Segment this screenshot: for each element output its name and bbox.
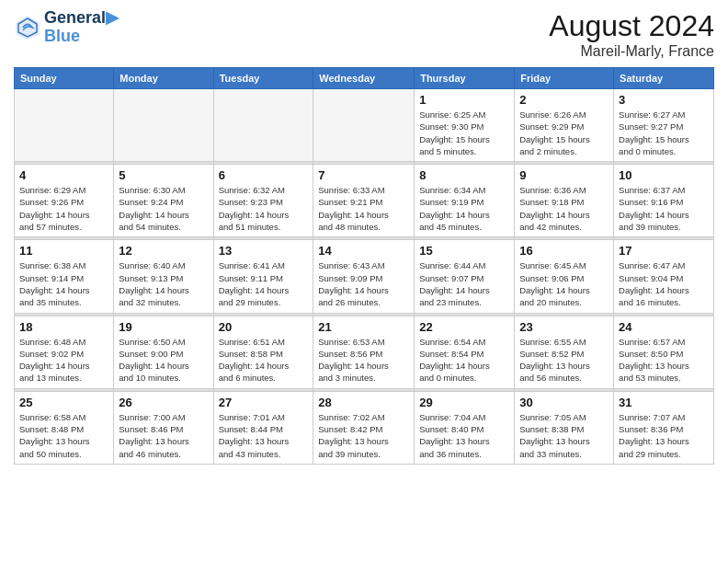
day-info: Sunrise: 6:27 AM Sunset: 9:27 PM Dayligh…: [619, 109, 709, 157]
col-monday: Monday: [114, 68, 213, 89]
day-info: Sunrise: 6:47 AM Sunset: 9:04 PM Dayligh…: [619, 259, 709, 308]
col-friday: Friday: [515, 68, 614, 89]
cell-w1-d2: [114, 89, 213, 162]
logo: General▶ Blue: [14, 9, 119, 46]
day-info: Sunrise: 6:33 AM Sunset: 9:21 PM Dayligh…: [318, 184, 409, 233]
cell-w5-d3: 27Sunrise: 7:01 AM Sunset: 8:44 PM Dayli…: [213, 391, 313, 464]
day-info: Sunrise: 6:58 AM Sunset: 8:48 PM Dayligh…: [19, 411, 108, 460]
cell-w1-d1: [15, 89, 114, 162]
col-saturday: Saturday: [614, 68, 714, 89]
location: Mareil-Marly, France: [549, 43, 714, 60]
day-info: Sunrise: 6:36 AM Sunset: 9:18 PM Dayligh…: [519, 184, 609, 233]
day-info: Sunrise: 6:38 AM Sunset: 9:14 PM Dayligh…: [19, 259, 108, 308]
cell-w2-d2: 5Sunrise: 6:30 AM Sunset: 9:24 PM Daylig…: [114, 165, 213, 237]
week-row-4: 18Sunrise: 6:48 AM Sunset: 9:02 PM Dayli…: [15, 316, 714, 388]
cell-w3-d4: 14Sunrise: 6:43 AM Sunset: 9:09 PM Dayli…: [313, 240, 415, 313]
day-number: 9: [519, 168, 609, 182]
day-info: Sunrise: 6:41 AM Sunset: 9:11 PM Dayligh…: [219, 259, 309, 308]
day-number: 21: [318, 320, 409, 334]
header: General▶ Blue August 2024 Mareil-Marly, …: [14, 9, 714, 60]
cell-w3-d6: 16Sunrise: 6:45 AM Sunset: 9:06 PM Dayli…: [515, 240, 614, 313]
cell-w2-d7: 10Sunrise: 6:37 AM Sunset: 9:16 PM Dayli…: [614, 165, 714, 237]
day-info: Sunrise: 7:02 AM Sunset: 8:42 PM Dayligh…: [318, 411, 409, 460]
day-number: 6: [219, 168, 309, 182]
day-number: 23: [519, 320, 609, 334]
cell-w5-d7: 31Sunrise: 7:07 AM Sunset: 8:36 PM Dayli…: [614, 391, 714, 464]
col-wednesday: Wednesday: [313, 68, 415, 89]
cell-w1-d3: [213, 89, 313, 162]
day-number: 24: [619, 320, 709, 334]
cell-w3-d7: 17Sunrise: 6:47 AM Sunset: 9:04 PM Dayli…: [614, 240, 714, 313]
day-info: Sunrise: 7:05 AM Sunset: 8:38 PM Dayligh…: [519, 411, 609, 460]
cell-w3-d1: 11Sunrise: 6:38 AM Sunset: 9:14 PM Dayli…: [15, 240, 114, 313]
day-info: Sunrise: 6:53 AM Sunset: 8:56 PM Dayligh…: [318, 336, 409, 385]
day-info: Sunrise: 6:37 AM Sunset: 9:16 PM Dayligh…: [619, 184, 709, 233]
week-row-2: 4Sunrise: 6:29 AM Sunset: 9:26 PM Daylig…: [15, 165, 714, 237]
day-number: 22: [419, 320, 509, 334]
cell-w4-d3: 20Sunrise: 6:51 AM Sunset: 8:58 PM Dayli…: [213, 316, 313, 388]
cell-w2-d5: 8Sunrise: 6:34 AM Sunset: 9:19 PM Daylig…: [415, 165, 515, 237]
day-info: Sunrise: 6:55 AM Sunset: 8:52 PM Dayligh…: [519, 336, 609, 385]
cell-w4-d7: 24Sunrise: 6:57 AM Sunset: 8:50 PM Dayli…: [614, 316, 714, 388]
day-info: Sunrise: 6:54 AM Sunset: 8:54 PM Dayligh…: [419, 336, 509, 385]
day-number: 20: [219, 320, 309, 334]
cell-w3-d5: 15Sunrise: 6:44 AM Sunset: 9:07 PM Dayli…: [415, 240, 515, 313]
cell-w3-d2: 12Sunrise: 6:40 AM Sunset: 9:13 PM Dayli…: [114, 240, 213, 313]
week-row-5: 25Sunrise: 6:58 AM Sunset: 8:48 PM Dayli…: [15, 391, 714, 464]
cell-w4-d5: 22Sunrise: 6:54 AM Sunset: 8:54 PM Dayli…: [415, 316, 515, 388]
day-number: 14: [318, 244, 409, 258]
cell-w3-d3: 13Sunrise: 6:41 AM Sunset: 9:11 PM Dayli…: [213, 240, 313, 313]
day-number: 10: [619, 168, 709, 182]
day-number: 29: [419, 396, 509, 409]
day-info: Sunrise: 6:40 AM Sunset: 9:13 PM Dayligh…: [119, 259, 208, 308]
col-sunday: Sunday: [15, 68, 114, 89]
cell-w5-d2: 26Sunrise: 7:00 AM Sunset: 8:46 PM Dayli…: [114, 391, 213, 464]
day-number: 8: [419, 168, 509, 182]
logo-icon: [14, 14, 41, 41]
day-number: 4: [19, 168, 108, 182]
day-info: Sunrise: 6:44 AM Sunset: 9:07 PM Dayligh…: [419, 259, 509, 308]
cell-w4-d1: 18Sunrise: 6:48 AM Sunset: 9:02 PM Dayli…: [15, 316, 114, 388]
cell-w2-d4: 7Sunrise: 6:33 AM Sunset: 9:21 PM Daylig…: [313, 165, 415, 237]
day-number: 27: [219, 396, 309, 409]
col-tuesday: Tuesday: [213, 68, 313, 89]
day-number: 5: [119, 168, 208, 182]
day-info: Sunrise: 6:26 AM Sunset: 9:29 PM Dayligh…: [519, 109, 609, 157]
day-info: Sunrise: 6:43 AM Sunset: 9:09 PM Dayligh…: [318, 259, 409, 308]
cell-w5-d1: 25Sunrise: 6:58 AM Sunset: 8:48 PM Dayli…: [15, 391, 114, 464]
day-info: Sunrise: 6:50 AM Sunset: 9:00 PM Dayligh…: [119, 336, 208, 385]
col-thursday: Thursday: [415, 68, 515, 89]
day-number: 19: [119, 320, 208, 334]
day-info: Sunrise: 7:07 AM Sunset: 8:36 PM Dayligh…: [619, 411, 709, 460]
day-number: 13: [219, 244, 309, 258]
day-number: 26: [119, 396, 208, 409]
day-info: Sunrise: 6:34 AM Sunset: 9:19 PM Dayligh…: [419, 184, 509, 233]
svg-marker-0: [16, 16, 40, 40]
month-year: August 2024: [549, 9, 714, 43]
cell-w4-d6: 23Sunrise: 6:55 AM Sunset: 8:52 PM Dayli…: [515, 316, 614, 388]
cell-w1-d7: 3Sunrise: 6:27 AM Sunset: 9:27 PM Daylig…: [614, 89, 714, 162]
calendar-header-row: Sunday Monday Tuesday Wednesday Thursday…: [15, 68, 714, 89]
cell-w1-d5: 1Sunrise: 6:25 AM Sunset: 9:30 PM Daylig…: [415, 89, 515, 162]
day-info: Sunrise: 7:00 AM Sunset: 8:46 PM Dayligh…: [119, 411, 208, 460]
day-number: 25: [19, 396, 108, 409]
day-number: 28: [318, 396, 409, 409]
cell-w5-d4: 28Sunrise: 7:02 AM Sunset: 8:42 PM Dayli…: [313, 391, 415, 464]
cell-w1-d4: [313, 89, 415, 162]
day-info: Sunrise: 6:30 AM Sunset: 9:24 PM Dayligh…: [119, 184, 208, 233]
day-number: 1: [419, 93, 509, 107]
day-number: 12: [119, 244, 208, 258]
day-number: 30: [519, 396, 609, 409]
day-number: 7: [318, 168, 409, 182]
day-number: 18: [19, 320, 108, 334]
day-info: Sunrise: 7:01 AM Sunset: 8:44 PM Dayligh…: [219, 411, 309, 460]
day-info: Sunrise: 6:51 AM Sunset: 8:58 PM Dayligh…: [219, 336, 309, 385]
cell-w1-d6: 2Sunrise: 6:26 AM Sunset: 9:29 PM Daylig…: [515, 89, 614, 162]
title-block: August 2024 Mareil-Marly, France: [549, 9, 714, 60]
week-row-1: 1Sunrise: 6:25 AM Sunset: 9:30 PM Daylig…: [15, 89, 714, 162]
calendar: Sunday Monday Tuesday Wednesday Thursday…: [14, 67, 714, 465]
day-number: 31: [619, 396, 709, 409]
day-number: 2: [519, 93, 609, 107]
week-row-3: 11Sunrise: 6:38 AM Sunset: 9:14 PM Dayli…: [15, 240, 714, 313]
day-number: 11: [19, 244, 108, 258]
